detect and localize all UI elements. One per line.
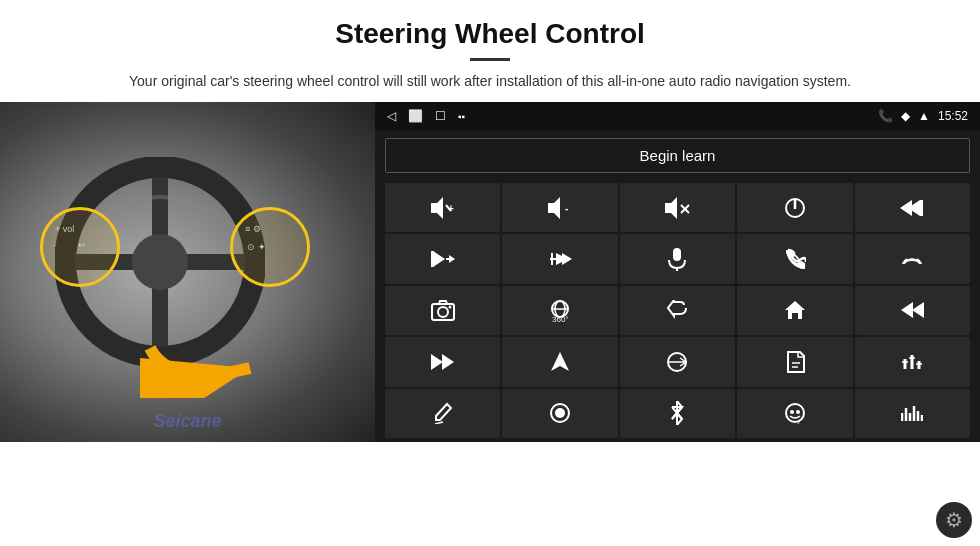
svg-marker-22 [900,200,912,216]
svg-text:360°: 360° [552,315,569,322]
direction-arrow [140,328,270,402]
svg-marker-14 [548,197,560,219]
mute-button[interactable] [620,183,735,232]
notification-icon: ▪▪ [458,111,465,122]
equalizer-button[interactable] [855,337,970,386]
svg-text:-: - [53,240,56,250]
right-control-highlight: ≡ ⚙ ⊙ ✦ [230,207,310,287]
prev-prev-button[interactable] [855,286,970,335]
svg-marker-10 [431,197,443,219]
mic-button[interactable] [620,234,735,283]
prev-track-button[interactable] [855,183,970,232]
steering-wheel-image: + vol - ↩ ≡ ⚙ ⊙ ✦ [0,102,375,442]
camera-button[interactable] [385,286,500,335]
begin-learn-button[interactable]: Begin learn [385,138,970,173]
vol-down-button[interactable]: - [502,183,617,232]
statusbar-right: 📞 ◆ ▲ 15:52 [878,109,968,123]
phone-signal-icon: 📞 [878,109,893,123]
title-divider [470,58,510,61]
svg-point-3 [132,234,188,290]
controls-grid: + - [375,181,980,442]
svg-marker-46 [431,354,443,370]
svg-marker-43 [785,301,805,319]
audio-level-button[interactable] [855,389,970,438]
svg-text:♪: ♪ [797,418,801,424]
recents-nav-icon[interactable]: ☐ [435,109,446,123]
power-button[interactable] [737,183,852,232]
android-panel: ◁ ⬜ ☐ ▪▪ 📞 ◆ ▲ 15:52 Begin learn [375,102,980,442]
location-icon: ◆ [901,109,910,123]
clock: 15:52 [938,109,968,123]
svg-rect-23 [920,200,923,216]
svg-text:+  vol: + vol [55,224,74,234]
gear-icon-container[interactable]: ⚙ [936,502,972,538]
content-section: + vol - ↩ ≡ ⚙ ⊙ ✦ [0,102,980,442]
page-title: Steering Wheel Control [60,18,920,50]
header-section: Steering Wheel Control Your original car… [0,0,980,102]
svg-text:+: + [448,203,454,214]
next-button[interactable] [385,234,500,283]
svg-point-66 [796,410,800,414]
svg-line-59 [435,422,443,424]
page-container: Steering Wheel Control Your original car… [0,0,980,546]
svg-marker-48 [551,352,569,371]
vol-up-button[interactable]: + [385,183,500,232]
hangup-button[interactable] [855,234,970,283]
navigate-button[interactable] [502,337,617,386]
svg-point-61 [555,408,565,418]
seicane-watermark: Seicane [153,411,221,432]
svg-marker-44 [912,302,924,318]
left-control-highlight: + vol - ↩ [40,207,120,287]
switch-button[interactable] [620,337,735,386]
svg-text:-: - [565,203,568,214]
back-nav-icon[interactable]: ◁ [387,109,396,123]
svg-point-37 [438,307,448,317]
record-button[interactable] [502,389,617,438]
svg-marker-31 [562,253,572,265]
svg-marker-24 [433,251,445,267]
subtitle-text: Your original car's steering wheel contr… [60,71,920,92]
svg-point-38 [448,306,451,309]
svg-marker-47 [442,354,454,370]
home-button[interactable] [737,286,852,335]
back-button[interactable] [620,286,735,335]
android-statusbar: ◁ ⬜ ☐ ▪▪ 📞 ◆ ▲ 15:52 [375,102,980,130]
svg-point-64 [786,404,804,422]
svg-point-65 [790,410,794,414]
svg-marker-45 [901,302,913,318]
svg-marker-27 [449,255,455,263]
ff-button[interactable] [502,234,617,283]
home-nav-icon[interactable]: ⬜ [408,109,423,123]
gear-icon[interactable]: ⚙ [945,508,963,532]
svg-text:↩: ↩ [78,240,86,250]
svg-marker-16 [665,197,677,219]
music-file-button[interactable] [737,337,852,386]
bluetooth-button[interactable] [620,389,735,438]
svg-text:⊙  ✦: ⊙ ✦ [247,242,266,252]
begin-learn-row: Begin learn [375,130,980,181]
phone-button[interactable] [737,234,852,283]
media-button[interactable]: ♪ [737,389,852,438]
statusbar-left: ◁ ⬜ ☐ ▪▪ [387,109,465,123]
svg-rect-25 [431,251,434,267]
svg-text:≡  ⚙: ≡ ⚙ [245,224,261,234]
skip-button[interactable] [385,337,500,386]
360-view-button[interactable]: 360° [502,286,617,335]
edit-button[interactable] [385,389,500,438]
wifi-icon: ▲ [918,109,930,123]
svg-rect-32 [673,248,681,261]
